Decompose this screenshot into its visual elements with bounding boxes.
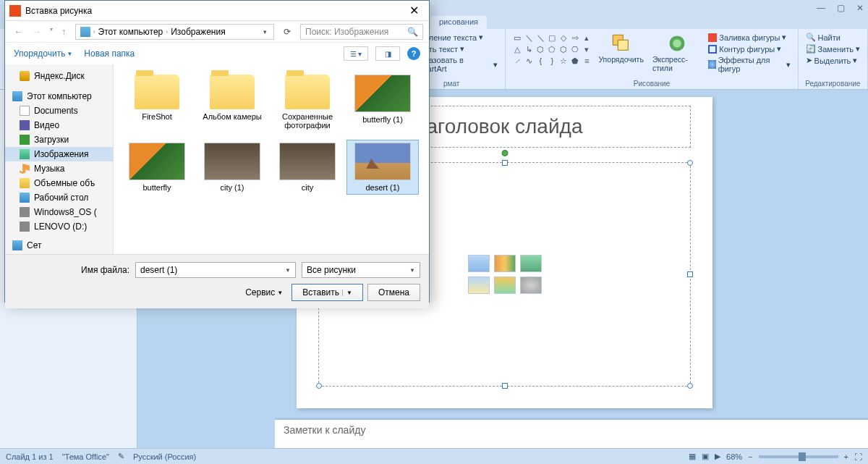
insert-chart-icon[interactable]	[494, 255, 516, 272]
quick-styles-button[interactable]: Экспресс-стили	[650, 32, 704, 80]
theme-name: "Тема Office"	[62, 452, 109, 461]
rotation-handle[interactable]	[501, 150, 508, 156]
sidebar-item-yandex[interactable]: Яндекс.Диск	[5, 69, 113, 83]
view-mode-button[interactable]: ☰ ▾	[344, 46, 368, 61]
replace-icon: 🔄	[806, 44, 816, 54]
new-folder-button[interactable]: Новая папка	[84, 48, 135, 59]
image-thumbnail	[204, 143, 260, 180]
view-sorter-button[interactable]: ▣	[702, 452, 709, 461]
zoom-level[interactable]: 68%	[726, 452, 742, 461]
up-button[interactable]: ↑	[59, 25, 69, 38]
tools-button[interactable]: Сервис ▼	[241, 286, 287, 299]
breadcrumb-item[interactable]: Этот компьютер	[98, 27, 163, 37]
ribbon-group-editing: 🔍Найти 🔄Заменить ▾ ➤Выделить ▾ Редактиро…	[799, 29, 868, 89]
filename-input[interactable]: desert (1) ▼	[135, 262, 296, 278]
maximize-button[interactable]: ▢	[837, 3, 845, 13]
insert-picture-icon[interactable]	[468, 277, 490, 294]
file-butterfly1[interactable]: butterfly (1)	[346, 72, 419, 132]
view-normal-button[interactable]: ▦	[689, 452, 696, 461]
binoculars-icon: 🔍	[806, 33, 816, 42]
filetype-filter[interactable]: Все рисунки ▼	[302, 262, 420, 278]
breadcrumb-item[interactable]: Изображения	[171, 27, 225, 37]
cancel-button[interactable]: Отмена	[367, 284, 420, 301]
file-city[interactable]: city	[271, 140, 344, 195]
zoom-out-button[interactable]: −	[748, 452, 752, 461]
insert-button[interactable]: Вставить ▼	[292, 284, 363, 301]
arrange-icon	[611, 33, 631, 54]
sidebar-item-3d[interactable]: Объемные объ	[5, 176, 113, 190]
app-icon	[9, 5, 21, 17]
recent-dropdown[interactable]: ▾	[47, 25, 56, 38]
close-button[interactable]: ✕	[856, 3, 864, 13]
resize-handle[interactable]	[502, 160, 508, 166]
search-input[interactable]: Поиск: Изображения 🔍	[300, 24, 423, 40]
svg-point-3	[673, 39, 681, 48]
sidebar-item-thispc[interactable]: Этот компьютер	[5, 89, 113, 104]
sidebar-item-music[interactable]: Музыка	[5, 161, 113, 176]
chevron-down-icon[interactable]: ▼	[285, 267, 291, 274]
insert-media-icon[interactable]	[520, 277, 542, 294]
sidebar-item-ddrive[interactable]: LENOVO (D:)	[5, 219, 113, 234]
shape-outline-button[interactable]: Контур фигуры ▾	[707, 43, 791, 54]
filename-label: Имя файла:	[14, 265, 129, 275]
select-button[interactable]: ➤Выделить ▾	[804, 55, 861, 66]
sidebar-item-network[interactable]: Сет	[5, 238, 113, 253]
dialog-titlebar[interactable]: Вставка рисунка ✕	[5, 1, 429, 21]
insert-clipart-icon[interactable]	[494, 277, 516, 294]
sidebar-item-downloads[interactable]: Загрузки	[5, 132, 113, 147]
arrange-button[interactable]: Упорядочить	[595, 32, 646, 80]
sidebar-item-desktop[interactable]: Рабочий стол	[5, 190, 113, 205]
folder-saved[interactable]: Сохраненные фотографии	[271, 72, 344, 132]
sidebar-item-documents[interactable]: Documents	[5, 104, 113, 118]
forward-button[interactable]: →	[29, 25, 44, 38]
zoom-in-button[interactable]: +	[844, 452, 848, 461]
shape-fill-button[interactable]: Заливка фигуры ▾	[707, 32, 791, 43]
file-list[interactable]: FireShot Альбом камеры Сохраненные фотог…	[114, 64, 429, 254]
shape-effects-button[interactable]: Эффекты для фигур ▾	[707, 55, 791, 74]
refresh-button[interactable]: ⟳	[280, 25, 294, 38]
tab-drawing[interactable]: рисования	[430, 16, 487, 29]
resize-handle[interactable]	[687, 271, 693, 277]
file-butterfly[interactable]: butterfly	[121, 140, 193, 195]
sidebar-item-video[interactable]: Видео	[5, 118, 113, 132]
spellcheck-icon[interactable]: ✎	[118, 452, 124, 461]
dialog-footer: Имя файла: desert (1) ▼ Все рисунки ▼ Се…	[5, 254, 429, 308]
computer-icon	[80, 27, 90, 37]
replace-button[interactable]: 🔄Заменить ▾	[804, 43, 861, 54]
resize-handle[interactable]	[316, 383, 322, 389]
file-desert1[interactable]: desert (1)	[346, 140, 419, 195]
folder-camera[interactable]: Альбом камеры	[196, 72, 268, 132]
view-slideshow-button[interactable]: ▶	[715, 452, 720, 461]
breadcrumb-dropdown[interactable]: ▾	[261, 28, 269, 35]
file-city1[interactable]: city (1)	[196, 140, 268, 195]
navigation-sidebar[interactable]: Яндекс.Диск Этот компьютер Documents Вид…	[5, 64, 114, 254]
image-thumbnail	[354, 75, 411, 112]
sidebar-item-cdrive[interactable]: Windows8_OS (	[5, 205, 113, 219]
language-indicator[interactable]: Русский (Россия)	[133, 452, 196, 461]
close-icon[interactable]: ✕	[403, 4, 425, 18]
resize-handle[interactable]	[502, 383, 508, 389]
resize-handle[interactable]	[687, 160, 693, 166]
chevron-down-icon[interactable]: ▼	[409, 267, 415, 274]
image-thumbnail	[279, 143, 336, 180]
fit-slide-button[interactable]: ⛶	[854, 452, 862, 461]
help-button[interactable]: ?	[407, 47, 420, 60]
search-icon: 🔍	[407, 27, 418, 37]
sidebar-item-pictures[interactable]: Изображения	[5, 147, 113, 161]
folder-fireshot[interactable]: FireShot	[121, 72, 193, 132]
back-button[interactable]: ←	[11, 25, 26, 38]
preview-pane-button[interactable]: ◨	[375, 46, 400, 61]
organize-button[interactable]: Упорядочить ▼	[14, 48, 72, 59]
zoom-slider[interactable]	[759, 455, 838, 458]
folder-icon	[135, 75, 179, 109]
minimize-button[interactable]: —	[817, 3, 825, 13]
find-button[interactable]: 🔍Найти	[804, 32, 861, 43]
insert-table-icon[interactable]	[468, 255, 490, 272]
resize-handle[interactable]	[687, 383, 693, 389]
shapes-gallery[interactable]: ▭＼＼▢◇⇨▴ △↳⬡⬠⬡⎔▾ ⟋∿{}☆⬟≡	[511, 32, 592, 80]
cursor-icon: ➤	[806, 56, 812, 65]
notes-panel[interactable]: Заметки к слайду	[275, 418, 868, 448]
address-bar[interactable]: › Этот компьютер › Изображения ▾	[75, 24, 275, 40]
insert-smartart-icon[interactable]	[520, 255, 542, 272]
chevron-down-icon[interactable]: ▼	[342, 290, 352, 296]
